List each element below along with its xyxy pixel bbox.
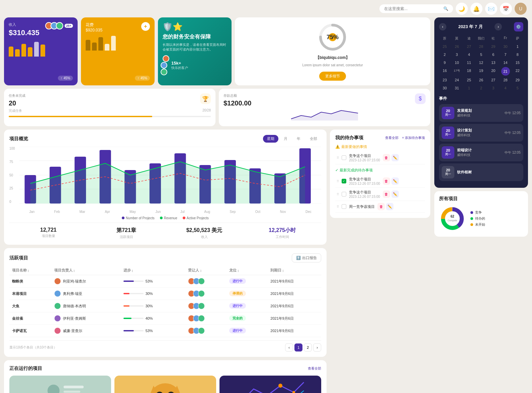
drag-handle-3[interactable]: ⠿: [337, 192, 339, 196]
cal-day-21-wrap[interactable]: 21: [500, 67, 511, 76]
view-all-todo-link[interactable]: 查看全部: [385, 136, 398, 140]
cal-next-button[interactable]: ›: [495, 23, 502, 30]
cal-day-25[interactable]: 25: [463, 76, 475, 84]
cal-day-8[interactable]: 8: [512, 51, 523, 58]
todo-checkbox-4[interactable]: [342, 204, 346, 209]
chart-legend: Number of Projects Revenue Active Projec…: [9, 216, 321, 220]
avatar[interactable]: U: [515, 3, 527, 15]
th-name[interactable]: 项目名称 ↕: [12, 268, 49, 273]
notification-icon[interactable]: 🔔: [470, 3, 482, 15]
cal-day-7[interactable]: 7: [500, 51, 511, 58]
cal-day-2next[interactable]: 2: [475, 84, 487, 92]
drag-handle-2[interactable]: ⠿: [337, 179, 339, 183]
cal-day-5[interactable]: 5: [475, 51, 487, 58]
todo-edit-3[interactable]: ✏️: [391, 190, 399, 198]
cal-day-3[interactable]: 3: [451, 51, 462, 58]
cal-day-11[interactable]: 11: [463, 59, 475, 66]
cal-day-31[interactable]: 31: [451, 84, 462, 92]
project-chart: 100 75 50 25 0: [9, 147, 321, 214]
gear-icon[interactable]: ⚙️: [514, 22, 523, 31]
task-sub: 完成任务 20/28: [9, 108, 211, 113]
mail-icon[interactable]: ✉️: [485, 3, 497, 15]
cal-day-3next[interactable]: 3: [487, 84, 499, 92]
cal-day-26prev[interactable]: 26: [451, 43, 462, 50]
cal-day-17[interactable]: 17号: [451, 67, 462, 76]
drag-handle-4[interactable]: ⠿: [337, 205, 339, 209]
cal-day-21-today[interactable]: 21: [501, 67, 510, 76]
calendar-icon[interactable]: 📅: [500, 3, 512, 15]
search-input[interactable]: [384, 6, 441, 11]
todo-checkbox-1[interactable]: [342, 155, 346, 160]
cal-day-1[interactable]: 1: [512, 43, 523, 50]
cal-day-27[interactable]: 27: [487, 76, 499, 84]
search-box[interactable]: 🔍: [379, 4, 453, 13]
todo-edit-4[interactable]: ✏️: [386, 203, 393, 210]
cal-day-27prev[interactable]: 27: [463, 43, 475, 50]
th-owner[interactable]: 项目负责人 ↕: [54, 268, 118, 273]
cal-day-1next[interactable]: 1: [463, 84, 475, 92]
cal-day-5next[interactable]: 5: [512, 84, 523, 92]
moon-icon[interactable]: 🌙: [456, 3, 468, 15]
tab-week[interactable]: 星期: [263, 135, 278, 143]
tab-all[interactable]: 全部: [306, 135, 321, 143]
right-panel: ‹ 2023 年 7 月 › ⚙️ 苏 莫 途 我们 社 Fr 萨 25 26 …: [434, 17, 528, 393]
cal-day-29prev[interactable]: 29: [487, 43, 499, 50]
add-expense-button[interactable]: +: [141, 22, 150, 31]
cal-day-13[interactable]: 13: [487, 59, 499, 66]
cal-day-14[interactable]: 14: [500, 59, 511, 66]
todo-delete-2[interactable]: 🗑: [383, 177, 390, 185]
more-details-button[interactable]: 更多细节: [319, 72, 346, 81]
todo-delete-4[interactable]: 🗑: [377, 203, 385, 210]
todo-links: 查看全部 + 添加待办事项: [385, 136, 425, 140]
cal-day-30[interactable]: 30: [439, 84, 450, 92]
todo-checkbox-3[interactable]: [342, 192, 346, 196]
todo-edit-2[interactable]: ✏️: [391, 177, 399, 185]
cal-day-24[interactable]: 24: [451, 76, 462, 84]
todo-edit-1[interactable]: ✏️: [391, 154, 399, 161]
page-1-button[interactable]: 1: [294, 343, 302, 351]
cal-day-22[interactable]: 22: [512, 67, 523, 76]
cal-day-2[interactable]: 2: [439, 51, 450, 58]
todo-checkbox-2[interactable]: ✓: [342, 179, 346, 183]
tab-month[interactable]: 月: [280, 135, 291, 143]
drag-handle-1[interactable]: ⠿: [337, 156, 339, 160]
cal-day-28prev[interactable]: 28: [475, 43, 487, 50]
td-status: 进行中: [227, 300, 268, 312]
cal-day-20[interactable]: 20: [487, 67, 499, 76]
todo-delete-3[interactable]: 🗑: [383, 190, 390, 198]
cal-day-16[interactable]: 16: [439, 67, 450, 76]
revenue-pct: ↑ 45%: [58, 76, 73, 81]
cal-day-26[interactable]: 26: [475, 76, 487, 84]
cal-day-29[interactable]: 29: [512, 76, 523, 84]
cal-day-23[interactable]: 23: [439, 76, 450, 84]
tab-year[interactable]: 年: [293, 135, 304, 143]
cal-day-30prev[interactable]: 30: [500, 43, 511, 50]
chart-svg: [19, 147, 321, 204]
th-status[interactable]: 龙位 ↕: [229, 268, 265, 273]
cal-day-18[interactable]: 18: [463, 67, 475, 76]
next-page-button[interactable]: ›: [313, 343, 321, 351]
page-2-button[interactable]: 2: [304, 343, 312, 351]
prev-page-button[interactable]: ‹: [285, 343, 293, 351]
cal-day-10[interactable]: 10: [451, 59, 462, 66]
cal-day-4next[interactable]: 4: [500, 84, 511, 92]
cal-day-15[interactable]: 15: [512, 59, 523, 66]
th-assignee[interactable]: 受让人 ↕: [188, 268, 224, 273]
cal-prev-button[interactable]: ‹: [439, 23, 446, 30]
cal-day-4[interactable]: 4: [463, 51, 475, 58]
todo-delete-1[interactable]: 🗑: [383, 154, 390, 161]
cal-day-12[interactable]: 12: [475, 59, 487, 66]
cal-day-6[interactable]: 6: [487, 51, 499, 58]
todo-title: 我的待办事项: [335, 135, 363, 141]
th-due[interactable]: 到期日 ↕: [270, 268, 319, 273]
cal-day-9[interactable]: 9: [439, 59, 450, 66]
view-all-running-link[interactable]: 查看全部: [308, 366, 321, 371]
add-todo-link[interactable]: + 添加待办事项: [402, 136, 425, 140]
cal-day-28[interactable]: 28: [500, 76, 511, 84]
export-button[interactable]: ⬆️ 出口报告: [292, 253, 321, 262]
th-progress[interactable]: 进步 ↕: [123, 268, 183, 273]
cal-day-19[interactable]: 19: [475, 67, 487, 76]
cal-day-25prev[interactable]: 25: [439, 43, 450, 50]
table-row: 本港项目 奥利弗·瑞亚 30% 停滞的 2021年9月6日: [9, 288, 321, 300]
donut-svg: 62 Compete: [439, 205, 466, 232]
